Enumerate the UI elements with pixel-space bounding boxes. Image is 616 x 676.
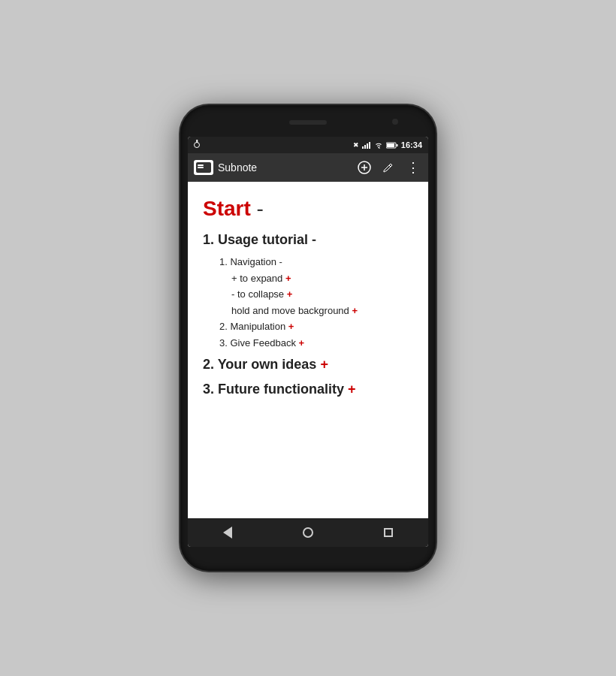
wifi-icon	[374, 142, 383, 149]
home-button[interactable]	[293, 521, 323, 544]
recents-icon	[384, 528, 393, 537]
status-left	[194, 142, 200, 148]
phone-top-bar	[188, 116, 428, 137]
svg-rect-2	[367, 143, 368, 149]
plus-icon: +	[320, 357, 328, 372]
time-display: 16:34	[401, 140, 422, 149]
list-item: 1. Navigation -	[219, 255, 413, 270]
list-item: 2. Your own ideas +	[203, 355, 413, 375]
plus-icon: +	[285, 273, 291, 284]
list-item: 2. Manipulation +	[219, 319, 413, 334]
add-button[interactable]	[355, 158, 374, 177]
svg-rect-1	[364, 145, 366, 149]
back-icon	[223, 527, 232, 539]
phone-bottom-bar	[188, 547, 428, 560]
plus-icon: +	[299, 337, 305, 349]
list-item: 3. Future functionality +	[203, 379, 413, 400]
app-logo-inner	[196, 162, 211, 173]
home-icon	[303, 527, 313, 538]
svg-rect-0	[362, 146, 364, 149]
power-icon	[194, 142, 200, 148]
note-title-text: Start	[203, 197, 251, 220]
svg-rect-7	[387, 143, 394, 147]
list-item: - to collapse +	[231, 287, 413, 302]
phone-camera	[392, 119, 398, 125]
app-toolbar: Subnote ⋮	[188, 153, 428, 182]
list-item: 3. Give Feedback +	[219, 336, 413, 351]
status-right: ✖	[353, 140, 422, 149]
phone-screen: ✖	[188, 137, 428, 547]
phone-device: ✖	[180, 105, 436, 571]
signal-icon	[362, 141, 371, 149]
svg-rect-3	[369, 142, 370, 149]
battery-icon	[386, 142, 398, 149]
plus-icon: +	[287, 288, 293, 300]
svg-point-4	[378, 146, 379, 148]
plus-icon: +	[352, 305, 358, 316]
note-title: Start -	[203, 197, 413, 221]
phone-speaker	[289, 120, 327, 125]
back-button[interactable]	[213, 521, 243, 544]
dash-icon: -	[312, 232, 316, 247]
svg-rect-6	[396, 144, 397, 146]
recents-button[interactable]	[373, 521, 403, 544]
edit-button[interactable]	[379, 158, 398, 177]
status-bar: ✖	[188, 137, 428, 153]
more-button[interactable]: ⋮	[403, 158, 422, 177]
list-item: + to expand +	[231, 271, 413, 286]
svg-line-11	[389, 165, 391, 167]
note-title-dash: -	[257, 197, 264, 220]
bluetooth-icon: ✖	[353, 141, 359, 149]
plus-icon: +	[348, 382, 356, 397]
list-item: 1. Usage tutorial -	[203, 230, 413, 250]
plus-icon: +	[288, 321, 294, 332]
bottom-navigation	[188, 518, 428, 547]
app-logo	[194, 160, 213, 175]
list-item: hold and move background +	[231, 303, 413, 318]
note-list: 1. Usage tutorial - 1. Navigation - + to…	[203, 230, 413, 400]
app-title: Subnote	[218, 161, 350, 174]
note-content: Start - 1. Usage tutorial - 1. Navigatio…	[188, 182, 428, 518]
dash-icon: -	[279, 256, 282, 267]
